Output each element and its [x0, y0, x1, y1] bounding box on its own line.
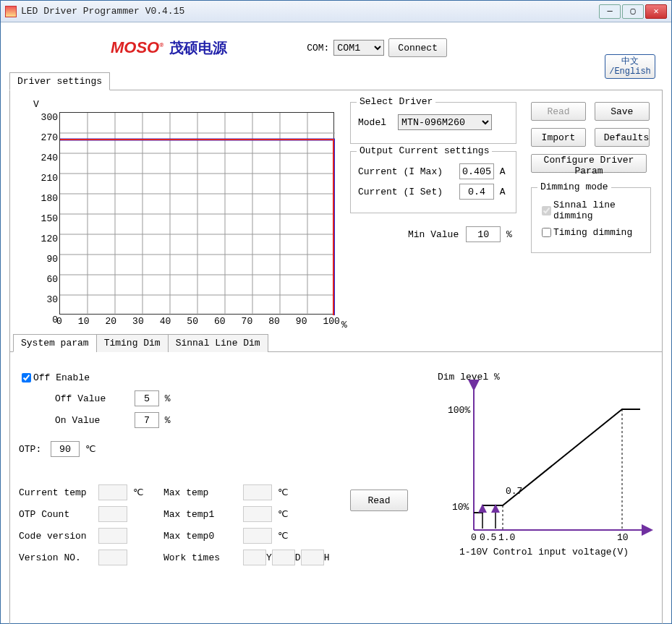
svg-text:1.0: 1.0	[498, 532, 515, 543]
svg-text:10: 10	[617, 532, 629, 543]
off-enable-checkbox[interactable]	[22, 373, 31, 382]
output-current-group: Output Current settings Current (I Max) …	[350, 151, 516, 213]
signal-dimming-checkbox[interactable]	[542, 206, 551, 215]
svg-text:Dim level %: Dim level %	[438, 372, 500, 382]
max-temp-field	[243, 484, 272, 500]
save-button[interactable]: Save	[595, 102, 650, 121]
otp-input[interactable]	[51, 441, 80, 457]
min-value-input[interactable]	[466, 226, 501, 242]
dimming-mode-group: Dimming mode Sinnal line dimming Timing …	[531, 187, 651, 253]
brand-chinese: 茂硕电源	[169, 38, 227, 58]
timing-dimming-checkbox[interactable]	[542, 228, 551, 237]
read-button[interactable]: Read	[531, 102, 586, 121]
sp-read-button[interactable]: Read	[350, 490, 408, 511]
language-button[interactable]: 中文/English	[605, 54, 655, 79]
code-version-field	[98, 528, 127, 544]
svg-text:0.5: 0.5	[480, 532, 496, 543]
dim-level-chart: 100% 10% 0 0.5 1.0 10 0.7 Dim level % 1-…	[438, 371, 655, 559]
brand-logo: MOSO®	[111, 38, 163, 57]
sub-tabs: System param Timing Dim Sinnal Line Dim …	[10, 333, 662, 602]
chart-svg	[60, 113, 335, 315]
tab-driver-settings[interactable]: Driver settings	[9, 72, 110, 90]
iset-input[interactable]	[459, 184, 494, 200]
chart-xlabel: %	[341, 320, 347, 330]
com-select[interactable]: COM1	[333, 40, 384, 56]
version-no-field	[98, 550, 127, 565]
current-temp-field	[98, 484, 127, 500]
otp-count-field	[98, 506, 127, 522]
titlebar: LED Driver Programmer V0.4.15 — ▢ ✕	[1, 1, 671, 22]
tab-signal-line-dim[interactable]: Sinnal Line Dim	[168, 334, 268, 352]
off-value-input[interactable]	[135, 390, 159, 406]
top-toolbar: MOSO® 茂硕电源 COM: COM1 Connect	[9, 30, 663, 66]
tab-timing-dim[interactable]: Timing Dim	[96, 334, 169, 352]
minimize-button[interactable]: —	[599, 4, 621, 19]
app-icon	[5, 6, 17, 17]
tab-system-param[interactable]: System param	[13, 334, 97, 352]
svg-text:10%: 10%	[452, 502, 469, 513]
svg-text:1-10V Control input voltage(V): 1-10V Control input voltage(V)	[459, 547, 629, 557]
model-select[interactable]: MTN-096M260	[398, 114, 492, 130]
select-driver-group: Select Driver Model MTN-096M260	[350, 102, 516, 144]
configure-button[interactable]: Configure Driver Param	[531, 154, 647, 173]
close-button[interactable]: ✕	[645, 4, 667, 19]
max-temp0-field	[243, 528, 272, 544]
svg-text:0.7: 0.7	[506, 486, 522, 497]
vi-chart: V %	[20, 99, 339, 330]
defaults-button[interactable]: Defaults	[595, 128, 650, 147]
svg-text:100%: 100%	[448, 405, 470, 416]
imax-input[interactable]	[459, 163, 494, 179]
window-title: LED Driver Programmer V0.4.15	[21, 6, 597, 17]
max-temp1-field	[243, 506, 272, 522]
svg-text:0: 0	[471, 532, 477, 543]
maximize-button[interactable]: ▢	[622, 4, 644, 19]
com-label: COM:	[307, 43, 329, 54]
on-value-input[interactable]	[135, 412, 159, 428]
app-window: LED Driver Programmer V0.4.15 — ▢ ✕ MOSO…	[0, 0, 672, 624]
main-tabs: Driver settings V %	[9, 72, 663, 624]
import-button[interactable]: Import	[531, 128, 586, 147]
connect-button[interactable]: Connect	[388, 38, 447, 57]
